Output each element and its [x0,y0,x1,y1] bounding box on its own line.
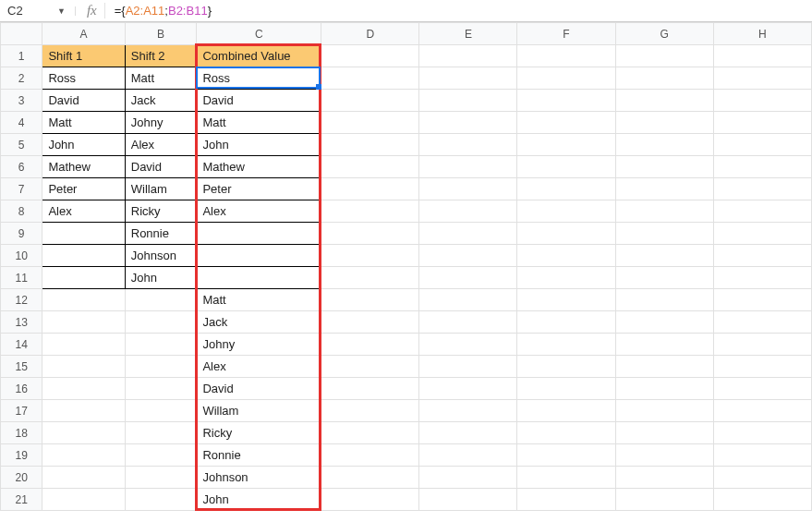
cell-C15[interactable]: Alex [197,356,321,378]
cell-A2[interactable]: Ross [42,67,125,90]
cell-E21[interactable] [419,489,517,511]
cell-B3[interactable]: Jack [125,90,197,112]
cell-C18[interactable]: Ricky [197,422,321,444]
cell-E20[interactable] [419,467,517,489]
cell-H12[interactable] [713,289,811,311]
col-header-A[interactable]: A [42,23,125,45]
cell-D19[interactable] [321,444,419,467]
cell-A4[interactable]: Matt [42,112,125,134]
cell-H15[interactable] [713,356,811,378]
cell-C21[interactable]: John [197,489,321,511]
cell-C9[interactable] [197,223,321,245]
cell-B18[interactable] [125,422,197,444]
cell-E7[interactable] [419,178,517,200]
cell-B13[interactable] [125,311,197,334]
cell-B16[interactable] [125,378,197,400]
cell-G16[interactable] [615,378,713,400]
row-header-21[interactable]: 21 [1,489,42,511]
cell-A21[interactable] [42,489,125,511]
name-box[interactable]: C2 [2,4,57,18]
cell-A14[interactable] [42,334,125,356]
cell-F9[interactable] [517,223,615,245]
cell-G11[interactable] [615,267,713,289]
cell-A3[interactable]: David [42,90,125,112]
cell-A10[interactable] [42,245,125,267]
cell-A20[interactable] [42,467,125,489]
cell-C17[interactable]: Willam [197,400,321,422]
cell-F11[interactable] [517,267,615,289]
cell-F10[interactable] [517,245,615,267]
cell-C6[interactable]: Mathew [197,156,321,178]
cell-D20[interactable] [321,467,419,489]
cell-C2[interactable]: Ross [197,67,321,90]
cell-G9[interactable] [615,223,713,245]
cell-H4[interactable] [713,112,811,134]
cell-F15[interactable] [517,356,615,378]
cell-D7[interactable] [321,178,419,200]
cell-E10[interactable] [419,245,517,267]
cell-C1[interactable]: Combined Value [197,45,321,67]
row-header-14[interactable]: 14 [1,334,42,356]
cell-H7[interactable] [713,178,811,200]
cell-F19[interactable] [517,444,615,467]
cell-E2[interactable] [419,67,517,90]
row-header-12[interactable]: 12 [1,289,42,311]
cell-C3[interactable]: David [197,90,321,112]
cell-F18[interactable] [517,422,615,444]
cell-H17[interactable] [713,400,811,422]
cell-H11[interactable] [713,267,811,289]
row-header-15[interactable]: 15 [1,356,42,378]
cell-G8[interactable] [615,200,713,223]
cell-A8[interactable]: Alex [42,200,125,223]
row-header-18[interactable]: 18 [1,422,42,444]
cell-H10[interactable] [713,245,811,267]
cell-H1[interactable] [713,45,811,67]
cell-F12[interactable] [517,289,615,311]
cell-C7[interactable]: Peter [197,178,321,200]
cell-F8[interactable] [517,200,615,223]
cell-B9[interactable]: Ronnie [125,223,197,245]
cell-G21[interactable] [615,489,713,511]
cell-A15[interactable] [42,356,125,378]
cell-D17[interactable] [321,400,419,422]
cell-E15[interactable] [419,356,517,378]
cell-C19[interactable]: Ronnie [197,444,321,467]
cell-C12[interactable]: Matt [197,289,321,311]
cell-E1[interactable] [419,45,517,67]
cell-G1[interactable] [615,45,713,67]
cell-H2[interactable] [713,67,811,90]
cell-D12[interactable] [321,289,419,311]
cell-H14[interactable] [713,334,811,356]
cell-F5[interactable] [517,134,615,156]
cell-E11[interactable] [419,267,517,289]
cell-B8[interactable]: Ricky [125,200,197,223]
cell-F14[interactable] [517,334,615,356]
cell-H21[interactable] [713,489,811,511]
col-header-C[interactable]: C [197,23,321,45]
cell-F7[interactable] [517,178,615,200]
cell-D2[interactable] [321,67,419,90]
formula-input[interactable]: ={A2:A11;B2:B11} [115,4,212,18]
cell-D8[interactable] [321,200,419,223]
cell-D3[interactable] [321,90,419,112]
cell-H20[interactable] [713,467,811,489]
cell-F4[interactable] [517,112,615,134]
col-header-H[interactable]: H [713,23,811,45]
cell-F16[interactable] [517,378,615,400]
cell-H16[interactable] [713,378,811,400]
cell-A13[interactable] [42,311,125,334]
row-header-10[interactable]: 10 [1,245,42,267]
cell-C4[interactable]: Matt [197,112,321,134]
cell-G12[interactable] [615,289,713,311]
cell-D5[interactable] [321,134,419,156]
cell-E14[interactable] [419,334,517,356]
cell-H19[interactable] [713,444,811,467]
cell-F17[interactable] [517,400,615,422]
cell-D21[interactable] [321,489,419,511]
cell-B6[interactable]: David [125,156,197,178]
col-header-D[interactable]: D [321,23,419,45]
cell-F2[interactable] [517,67,615,90]
select-all-corner[interactable] [1,23,42,45]
cell-D11[interactable] [321,267,419,289]
cell-B11[interactable]: John [125,267,197,289]
